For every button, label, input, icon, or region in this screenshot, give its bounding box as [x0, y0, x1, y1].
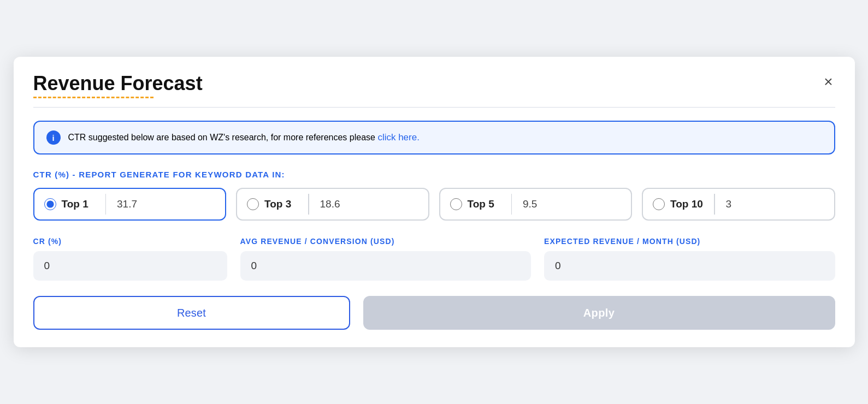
radio-label-top5: Top 5	[440, 189, 511, 219]
radio-value-text-top5: 9.5	[523, 198, 537, 210]
title-underline	[33, 97, 153, 98]
avg-label: AVG REVENUE / CONVERSION (USD)	[240, 237, 532, 246]
radio-value-top1: 31.7	[106, 189, 225, 219]
info-icon: i	[46, 130, 61, 145]
radio-value-top3: 18.6	[309, 189, 428, 219]
radio-input-top1[interactable]	[44, 198, 56, 210]
radio-value-text-top1: 31.7	[117, 198, 137, 210]
radio-label-text-top1[interactable]: Top 1	[62, 198, 88, 210]
cr-input[interactable]	[33, 251, 227, 281]
radio-option-top1[interactable]: Top 1 31.7	[33, 188, 227, 221]
info-banner: i CTR suggested below are based on WZ's …	[33, 121, 835, 155]
radio-label-text-top10[interactable]: Top 10	[670, 198, 703, 210]
radio-label-top1: Top 1	[34, 189, 105, 219]
expected-input[interactable]	[544, 251, 835, 281]
cr-field-group: CR (%)	[33, 237, 227, 281]
radio-label-text-top5[interactable]: Top 5	[468, 198, 494, 210]
radio-label-text-top3[interactable]: Top 3	[264, 198, 291, 210]
cr-label: CR (%)	[33, 237, 227, 246]
expected-label: EXPECTED REVENUE / MONTH (USD)	[544, 237, 835, 246]
actions-row: Reset Apply	[33, 296, 835, 330]
fields-row: CR (%) AVG REVENUE / CONVERSION (USD) EX…	[33, 237, 835, 281]
revenue-forecast-modal: Revenue Forecast × i CTR suggested below…	[14, 57, 855, 347]
expected-field-group: EXPECTED REVENUE / MONTH (USD)	[544, 237, 835, 281]
apply-button[interactable]: Apply	[363, 296, 835, 330]
radio-label-top10: Top 10	[643, 189, 714, 219]
ctr-radio-group: Top 1 31.7 Top 3 18.6 Top 5	[33, 188, 835, 221]
modal-header: Revenue Forecast ×	[33, 72, 835, 98]
radio-value-top10: 3	[715, 189, 834, 219]
radio-input-top3[interactable]	[247, 198, 259, 210]
avg-input[interactable]	[240, 251, 532, 281]
reset-button[interactable]: Reset	[33, 296, 350, 330]
info-link[interactable]: click here.	[377, 132, 420, 142]
info-text: CTR suggested below are based on WZ's re…	[68, 132, 420, 143]
radio-option-top3[interactable]: Top 3 18.6	[236, 188, 429, 221]
radio-input-top10[interactable]	[653, 198, 665, 210]
ctr-section-label: CTR (%) - REPORT GENERATE FOR KEYWORD DA…	[33, 170, 835, 179]
radio-option-top5[interactable]: Top 5 9.5	[439, 188, 633, 221]
close-button[interactable]: ×	[822, 74, 835, 90]
radio-input-top5[interactable]	[450, 198, 462, 210]
avg-field-group: AVG REVENUE / CONVERSION (USD)	[240, 237, 532, 281]
header-divider	[33, 107, 835, 108]
modal-title: Revenue Forecast	[33, 72, 203, 94]
radio-option-top10[interactable]: Top 10 3	[642, 188, 835, 221]
title-block: Revenue Forecast	[33, 72, 203, 98]
radio-value-top5: 9.5	[512, 189, 631, 219]
radio-value-text-top3: 18.6	[320, 198, 340, 210]
radio-label-top3: Top 3	[237, 189, 308, 219]
radio-value-text-top10: 3	[726, 198, 732, 210]
